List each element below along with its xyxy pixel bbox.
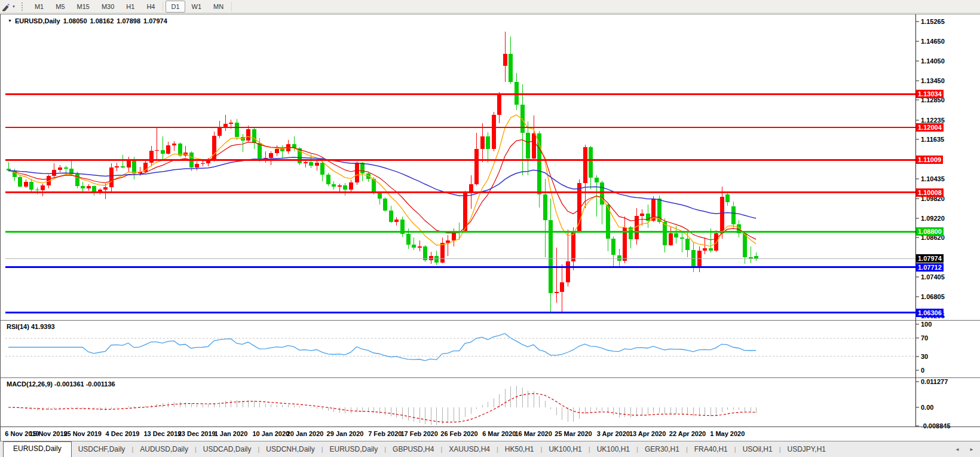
candlestick-series	[7, 32, 758, 312]
axis-tick-mark	[916, 61, 919, 62]
toolbar-separator	[163, 2, 163, 11]
toolbar-separator	[231, 2, 232, 11]
axis-tick-mark	[916, 324, 919, 325]
toolbar-grip[interactable]	[22, 2, 24, 11]
macd-pane[interactable]: MACD(12,26,9) -0.001361 -0.001136	[1, 379, 915, 426]
date-axis-label: 13 Apr 2020	[629, 430, 666, 437]
date-axis-label: 13 Dec 2019	[143, 430, 181, 437]
chart-tab-UK100-H1[interactable]: UK100,H1	[542, 443, 588, 457]
tab-scroll-left-button[interactable]: ◄	[955, 447, 960, 452]
date-axis-label: 25 Nov 2019	[63, 430, 102, 437]
price-line-label: 1.12004	[916, 123, 944, 132]
price-axis-tick: 1.11635	[915, 136, 944, 144]
axis-tick-mark	[916, 356, 919, 357]
timeframe-button-M15[interactable]: M15	[72, 1, 95, 13]
axis-tick-mark	[916, 407, 919, 408]
date-axis-label: 25 Mar 2020	[555, 430, 592, 437]
main-chart-canvas[interactable]	[1, 14, 915, 320]
rsi-axis-tick: 30	[915, 352, 928, 360]
rsi-axis-tick: 70	[915, 334, 928, 342]
price-axis-tick: 1.14650	[915, 38, 945, 45]
timeframe-button-W1[interactable]: W1	[186, 1, 207, 13]
timeframe-button-M1[interactable]: M1	[29, 1, 49, 13]
date-axis-label: 10 Jan 2020	[252, 430, 289, 437]
macd-axis-tick: 0.011277	[915, 377, 948, 385]
date-axis-label: 16 Mar 2020	[514, 430, 552, 437]
date-axis-label: 1 Jan 2020	[215, 430, 248, 437]
moving-average-line-ma-slow	[8, 157, 756, 218]
chart-tab-USDCAD-Daily[interactable]: USDCAD,Daily	[197, 443, 258, 457]
axis-tick-mark	[916, 198, 919, 199]
chart-tab-AUDUSD-Daily[interactable]: AUDUSD,Daily	[133, 443, 195, 457]
rsi-axis[interactable]: 10070300	[915, 321, 980, 377]
chart-tab-USDCHF-Daily[interactable]: USDCHF,Daily	[72, 443, 132, 457]
moving-average-line-ma-medium	[8, 140, 756, 240]
axis-tick-mark	[916, 277, 919, 278]
axis-tick-mark	[916, 338, 919, 339]
macd-axis[interactable]: 0.0112770.00-0.008845	[915, 379, 980, 426]
rsi-levels	[5, 338, 915, 357]
rsi-svg	[1, 321, 915, 377]
chart-tab-GBPUSD-H4[interactable]: GBPUSD,H4	[386, 443, 440, 457]
chart-tab-GER30-H1[interactable]: GER30,H1	[638, 443, 686, 457]
price-axis-tick: 1.13450	[915, 77, 945, 84]
axis-tick-mark	[916, 237, 919, 238]
chart-tab-USDCNH-Daily[interactable]: USDCNH,Daily	[259, 443, 321, 457]
price-axis-tick: 1.15265	[915, 18, 945, 26]
ohlc-open: 1.08050	[63, 17, 87, 25]
timeframe-button-H4[interactable]: H4	[141, 1, 160, 13]
axis-tick-mark	[916, 296, 919, 297]
ohlc-high: 1.08162	[90, 17, 114, 25]
axis-tick-mark	[916, 218, 919, 218]
price-axis-tick: 1.06805	[915, 293, 945, 300]
chevron-down-icon[interactable]: ▼	[12, 5, 16, 8]
chart-tab-XAUUSD-H4[interactable]: XAUUSD,H4	[442, 443, 497, 457]
price-axis-tick: 1.14050	[915, 57, 945, 65]
main-chart-svg	[1, 14, 915, 320]
date-axis-label: 6 Mar 2020	[482, 430, 516, 437]
chart-tab-HK50-H1[interactable]: HK50,H1	[498, 443, 541, 457]
ohlc-close: 1.07974	[143, 17, 167, 25]
toolbar: ▼ M1M5M15M30H1H4D1W1MN	[0, 0, 980, 13]
chart-tabs: EURUSD,DailyUSDCHF,Daily|AUDUSD,Daily|US…	[0, 441, 980, 457]
symbol-dropdown-icon[interactable]: ▼	[8, 19, 12, 23]
date-axis-label: 7 Feb 2020	[368, 430, 402, 437]
timeframe-button-MN[interactable]: MN	[208, 1, 229, 13]
rsi-axis-tick: 0	[915, 367, 924, 374]
date-axis[interactable]: 6 Nov 201915 Nov 201925 Nov 20194 Dec 20…	[1, 426, 980, 441]
macd-label: MACD(12,26,9) -0.001361 -0.001136	[7, 380, 115, 388]
date-axis-label: 26 Feb 2020	[440, 430, 477, 437]
date-axis-label: 20 Jan 2020	[287, 430, 324, 437]
date-axis-label: 15 Nov 2019	[29, 430, 68, 437]
timeframe-button-M5[interactable]: M5	[50, 1, 70, 13]
chart-tab-FRA40-H1[interactable]: FRA40,H1	[688, 443, 734, 457]
axis-tick-mark	[916, 41, 919, 42]
timeframe-button-M30[interactable]: M30	[96, 1, 120, 13]
rsi-axis-tick: 100	[915, 321, 932, 328]
macd-svg	[1, 379, 915, 426]
chart-tabs-bar: EURUSD,DailyUSDCHF,Daily|AUDUSD,Daily|US…	[0, 441, 980, 457]
horizontal-price-lines	[5, 93, 915, 314]
axis-tick-mark	[916, 381, 919, 382]
chart-symbol-period: EURUSD,Daily	[15, 17, 60, 25]
rsi-pane[interactable]: RSI(14) 41.9393	[1, 321, 915, 377]
date-axis-label: 22 Apr 2020	[669, 430, 706, 437]
current-price-label: 1.07974	[916, 254, 944, 263]
price-axis-tick: 1.09220	[915, 214, 945, 222]
chart-tab-USOil-H1[interactable]: USOil,H1	[736, 443, 779, 457]
chart-tools-button[interactable]: ▼	[0, 0, 19, 13]
rsi-label: RSI(14) 41.9393	[7, 323, 55, 330]
chart-tab-USDJPY-H1[interactable]: USDJPY,H1	[781, 443, 832, 457]
axis-tick-mark	[916, 178, 919, 179]
price-line-label: 1.06306	[916, 309, 944, 317]
timeframe-button-H1[interactable]: H1	[121, 1, 140, 13]
price-line-label: 1.13034	[916, 90, 944, 98]
chart-tab-UK100-H1[interactable]: UK100,H1	[590, 443, 636, 457]
date-axis-label: 4 Dec 2019	[106, 430, 140, 437]
chart-tab-EURUSD-Daily[interactable]: EURUSD,Daily	[323, 443, 385, 457]
timeframe-button-D1[interactable]: D1	[166, 1, 185, 13]
moving-average-line-ma-fast	[8, 115, 756, 246]
tab-scroll-right-button[interactable]: ►	[969, 447, 974, 452]
chart-info-line: ▼EURUSD,Daily1.080501.081621.078981.0797…	[8, 17, 167, 25]
chart-tab-EURUSD-Daily[interactable]: EURUSD,Daily	[3, 441, 72, 457]
